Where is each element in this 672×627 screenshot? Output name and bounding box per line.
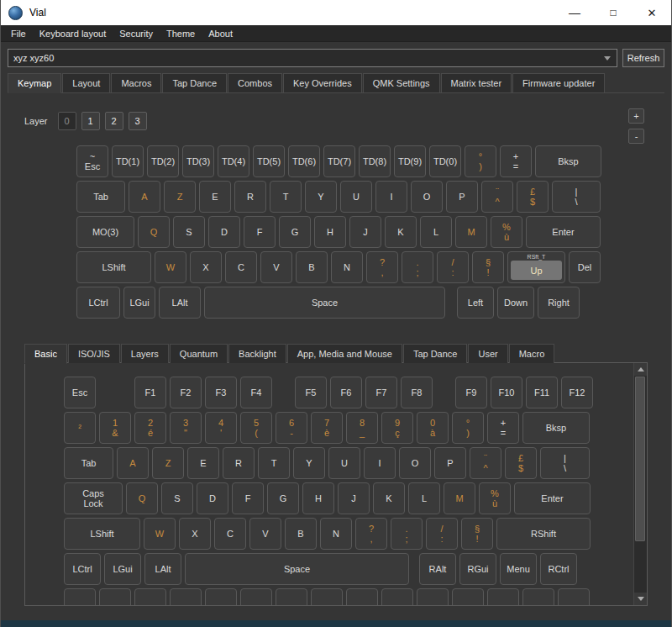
key-blank[interactable]: ²: [64, 412, 96, 444]
key-u[interactable]: U: [340, 181, 372, 213]
key-td-4[interactable]: TD(4): [218, 145, 249, 177]
key-l[interactable]: L: [420, 216, 452, 248]
key-p[interactable]: P: [434, 447, 466, 479]
key-td-9[interactable]: TD(9): [394, 145, 426, 177]
key-q[interactable]: Q: [138, 216, 170, 248]
key-f7[interactable]: F7: [365, 377, 397, 408]
key-blank[interactable]: ?,: [355, 518, 387, 550]
key-t[interactable]: T: [270, 181, 302, 213]
key-f2[interactable]: F2: [170, 377, 202, 408]
key-blank[interactable]: [64, 588, 96, 606]
key-w[interactable]: W: [144, 518, 176, 550]
key-c[interactable]: C: [214, 518, 246, 550]
key-f9[interactable]: F9: [455, 377, 487, 408]
key-esc[interactable]: Esc: [64, 377, 96, 408]
layer-button-0[interactable]: 0: [58, 112, 76, 130]
key-blank[interactable]: [417, 588, 449, 606]
key-p[interactable]: P: [446, 181, 478, 213]
key-b[interactable]: B: [285, 518, 317, 550]
key-left[interactable]: Left: [457, 287, 494, 319]
key-blank[interactable]: |\: [540, 447, 590, 479]
picker-scrollbar[interactable]: [633, 363, 647, 605]
tab-key-overrides[interactable]: Key Overrides: [283, 73, 362, 92]
key-blank[interactable]: +=: [487, 412, 519, 444]
key-n[interactable]: N: [331, 251, 363, 283]
key-lalt[interactable]: LAlt: [159, 287, 201, 319]
picker-tab-user[interactable]: User: [468, 344, 507, 363]
key-z[interactable]: Z: [152, 447, 184, 479]
key-tab[interactable]: Tab: [64, 447, 113, 479]
key-r[interactable]: R: [223, 447, 255, 479]
key-blank[interactable]: [170, 588, 202, 606]
key-9[interactable]: 9ç: [381, 412, 413, 444]
key-f5[interactable]: F5: [295, 377, 327, 408]
key-lgui[interactable]: LGui: [104, 553, 141, 585]
key-f1[interactable]: F1: [134, 377, 166, 408]
key-rgui[interactable]: RGui: [459, 553, 496, 585]
key-space[interactable]: Space: [204, 287, 445, 319]
key-menu[interactable]: Menu: [500, 553, 537, 585]
key-u[interactable]: U: [328, 447, 360, 479]
key-c[interactable]: C: [225, 251, 257, 283]
key-z[interactable]: Z: [164, 181, 196, 213]
key-t[interactable]: T: [258, 447, 290, 479]
key-n[interactable]: N: [320, 518, 352, 550]
key-lshift[interactable]: LShift: [64, 518, 140, 550]
key-blank[interactable]: ¨^: [481, 181, 513, 213]
key-o[interactable]: O: [411, 181, 443, 213]
key-blank[interactable]: .;: [402, 251, 433, 283]
picker-tab-app-media-and-mouse[interactable]: App, Media and Mouse: [287, 344, 402, 363]
picker-tab-macro[interactable]: Macro: [509, 344, 555, 363]
key-lgui[interactable]: LGui: [123, 287, 155, 319]
key-h[interactable]: H: [302, 482, 334, 514]
layer-button-3[interactable]: 3: [129, 112, 147, 130]
key-f[interactable]: F: [232, 482, 264, 514]
key-h[interactable]: H: [314, 216, 346, 248]
key-q[interactable]: Q: [126, 482, 158, 514]
key-blank[interactable]: [381, 588, 413, 606]
key-lctrl[interactable]: LCtrl: [76, 287, 120, 319]
picker-tab-basic[interactable]: Basic: [24, 344, 67, 364]
key-ralt[interactable]: RAlt: [419, 553, 456, 585]
key-rctrl[interactable]: RCtrl: [540, 553, 577, 585]
picker-tab-backlight[interactable]: Backlight: [228, 344, 286, 363]
tab-tap-dance[interactable]: Tap Dance: [162, 73, 227, 92]
key-y[interactable]: Y: [305, 181, 337, 213]
key-lctrl[interactable]: LCtrl: [64, 553, 101, 585]
key-blank[interactable]: §!: [461, 518, 493, 550]
layer-button-2[interactable]: 2: [105, 112, 123, 130]
key-f6[interactable]: F6: [330, 377, 362, 408]
key-mo-3[interactable]: MO(3): [76, 216, 134, 248]
tab-combos[interactable]: Combos: [228, 73, 282, 92]
key-k[interactable]: K: [385, 216, 417, 248]
key-x[interactable]: X: [190, 251, 222, 283]
key-td-5[interactable]: TD(5): [253, 145, 285, 177]
zoom-out-button[interactable]: -: [628, 129, 644, 144]
key-o[interactable]: O: [399, 447, 431, 479]
key-rsft-t-up[interactable]: RSft_TUp: [507, 251, 565, 283]
key-y[interactable]: Y: [293, 447, 325, 479]
minimize-button[interactable]: —: [555, 0, 594, 25]
key-caps-lock[interactable]: CapsLock: [64, 482, 123, 514]
picker-tab-quantum[interactable]: Quantum: [170, 344, 228, 363]
scroll-down-button[interactable]: [634, 593, 647, 605]
key-blank[interactable]: °): [452, 412, 484, 444]
key-e[interactable]: E: [187, 447, 219, 479]
key-blank[interactable]: +=: [500, 145, 532, 177]
key-v[interactable]: V: [249, 518, 281, 550]
key-j[interactable]: J: [349, 216, 381, 248]
tab-qmk-settings[interactable]: QMK Settings: [363, 73, 440, 92]
modtap-tap-key[interactable]: Up: [511, 261, 562, 280]
key-s[interactable]: S: [161, 482, 193, 514]
key-blank[interactable]: /:: [437, 251, 469, 283]
picker-tab-layers[interactable]: Layers: [121, 344, 169, 363]
key-blank[interactable]: [311, 588, 343, 606]
menu-item-security[interactable]: Security: [113, 27, 160, 40]
key-blank[interactable]: %ù: [479, 482, 511, 514]
key-f3[interactable]: F3: [205, 377, 237, 408]
key-3[interactable]: 3": [170, 412, 202, 444]
key-g[interactable]: G: [267, 482, 299, 514]
scrollbar-thumb[interactable]: [635, 377, 645, 541]
key-td-3[interactable]: TD(3): [182, 145, 214, 177]
key-right[interactable]: Right: [538, 287, 580, 319]
